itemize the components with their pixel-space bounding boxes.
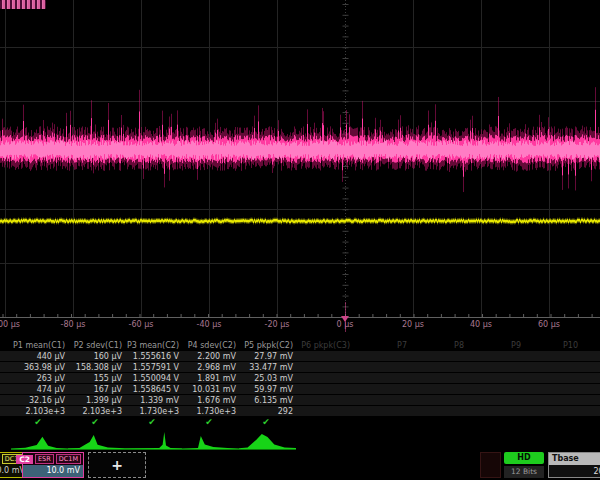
measure-status-check-icon: ✔ (239, 417, 296, 428)
measure-value-cell: 1.558645 V (125, 384, 182, 394)
measure-column-header[interactable]: P11 (581, 340, 600, 351)
measure-status-empty (467, 417, 524, 428)
measure-column-header[interactable]: P2 sdev(C1) (68, 340, 125, 351)
measure-value-cell (581, 362, 600, 372)
measure-value-cell: 2.103e+3 (68, 406, 125, 416)
measure-status-check-icon: ✔ (68, 417, 125, 428)
measure-histicon (182, 436, 239, 449)
measure-value-cell: 1.550094 V (125, 373, 182, 383)
measure-value-cell (524, 395, 581, 405)
measure-value-cell: 160 µV (68, 351, 125, 361)
measure-value-cell (581, 373, 600, 383)
cropped-pink-badge (0, 0, 46, 9)
measure-column-header[interactable]: P4 sdev(C2) (182, 340, 239, 351)
measure-value-cell (524, 406, 581, 416)
measure-value-cell: 440 µV (11, 351, 68, 361)
measure-value-cell: 2.968 mV (182, 362, 239, 372)
time-axis-label: 20 µs (381, 319, 445, 331)
measure-value-cell: 1.676 mV (182, 395, 239, 405)
measure-value-cell (467, 384, 524, 394)
measure-column-header[interactable]: P10 (524, 340, 581, 351)
measure-value-cell (467, 362, 524, 372)
measure-histicon (11, 437, 68, 449)
measure-status-empty (581, 417, 600, 428)
measure-value-cell (410, 373, 467, 383)
measure-column-header[interactable]: P3 mean(C2) (125, 340, 182, 351)
time-axis-label: -20 µs (245, 319, 309, 331)
measure-histicon (68, 435, 125, 449)
measure-value-cell: 155 µV (68, 373, 125, 383)
measure-value-cell: 27.97 mV (239, 351, 296, 361)
time-axis-label: 60 µs (517, 319, 581, 331)
measure-value-cell (467, 395, 524, 405)
measure-value-cell (410, 384, 467, 394)
measure-status-check-icon: ✔ (125, 417, 182, 428)
measure-value-cell (467, 406, 524, 416)
measure-column-header[interactable]: P6 pkpk(C3) (296, 340, 353, 351)
measure-value-cell (410, 406, 467, 416)
measure-column-header[interactable]: P8 (410, 340, 467, 351)
measure-value-cell (296, 373, 353, 383)
hd-badge: HD (504, 452, 544, 464)
measure-histicon (125, 432, 182, 449)
measure-column-header[interactable]: P5 pkpk(C2) (239, 340, 296, 351)
measure-value-cell (353, 351, 410, 361)
add-trace-button[interactable]: + (88, 452, 146, 478)
channel-c2-descriptor[interactable]: C2 ESR DC1M 10.0 mV (22, 452, 84, 478)
plus-icon: + (111, 457, 123, 473)
timebase-value: 20.0 µs (549, 465, 600, 477)
hd-mode-indicator[interactable]: HD 12 Bits (504, 452, 544, 478)
measure-value-cell (581, 395, 600, 405)
measure-value-cell (353, 384, 410, 394)
measure-value-cell (467, 373, 524, 383)
measure-value-cell (353, 406, 410, 416)
measure-column-header[interactable]: P7 (353, 340, 410, 351)
measure-column-header[interactable]: P1 mean(C1) (11, 340, 68, 351)
measure-value-cell (296, 351, 353, 361)
time-axis-label: 40 µs (449, 319, 513, 331)
measure-value-cell: 33.477 mV (239, 362, 296, 372)
measure-value-cell: 10.031 mV (182, 384, 239, 394)
trigger-position-marker[interactable] (341, 316, 349, 322)
timebase-descriptor[interactable]: Tbase 20.0 µs (548, 452, 600, 478)
measure-value-cell: 59.97 mV (239, 384, 296, 394)
measure-value-cell: 292 (239, 406, 296, 416)
measure-value-cell: 1.555616 V (125, 351, 182, 361)
measure-value-cell: 158.308 µV (68, 362, 125, 372)
measure-value-cell (581, 406, 600, 416)
measure-value-cell: 1.339 mV (125, 395, 182, 405)
measure-value-cell (524, 384, 581, 394)
measure-column-header[interactable]: P9 (467, 340, 524, 351)
measure-value-cell: 1.557591 V (125, 362, 182, 372)
measure-value-cell: 25.03 mV (239, 373, 296, 383)
measure-value-cell (581, 351, 600, 361)
measure-value-cell (353, 362, 410, 372)
measure-value-cell (296, 395, 353, 405)
measure-value-cell (353, 373, 410, 383)
measure-status-empty (296, 417, 353, 428)
time-axis-label: -60 µs (109, 319, 173, 331)
measure-value-cell: 263 µV (11, 373, 68, 383)
measure-value-cell: 1.730e+3 (125, 406, 182, 416)
measure-value-cell: 1.730e+3 (182, 406, 239, 416)
measure-value-cell (410, 395, 467, 405)
waveform-grid[interactable] (0, 0, 600, 318)
c2-volts-per-div: 10.0 mV (23, 465, 83, 477)
measure-value-cell (296, 362, 353, 372)
measure-status-empty (524, 417, 581, 428)
measure-value-cell: 167 µV (68, 384, 125, 394)
measure-value-cell (524, 351, 581, 361)
time-axis-label: -40 µs (177, 319, 241, 331)
measure-value-cell: 32.16 µV (11, 395, 68, 405)
measure-value-cell (410, 362, 467, 372)
measure-value-cell (296, 384, 353, 394)
c2-coupling-badge: DC1M (56, 454, 81, 464)
descriptor-bar: DC1M 10.0 mV C2 ESR DC1M 10.0 mV + HD 12… (0, 452, 600, 480)
measure-histicon (239, 434, 296, 449)
measure-value-cell: 2.103e+3 (11, 406, 68, 416)
cropped-descriptor-box[interactable] (480, 452, 501, 478)
time-axis: -100 µs-80 µs-60 µs-40 µs-20 µs0 µs20 µs… (0, 319, 600, 333)
measure-value-cell: 1.891 mV (182, 373, 239, 383)
measure-value-cell: 2.200 mV (182, 351, 239, 361)
timebase-title: Tbase (549, 453, 600, 465)
